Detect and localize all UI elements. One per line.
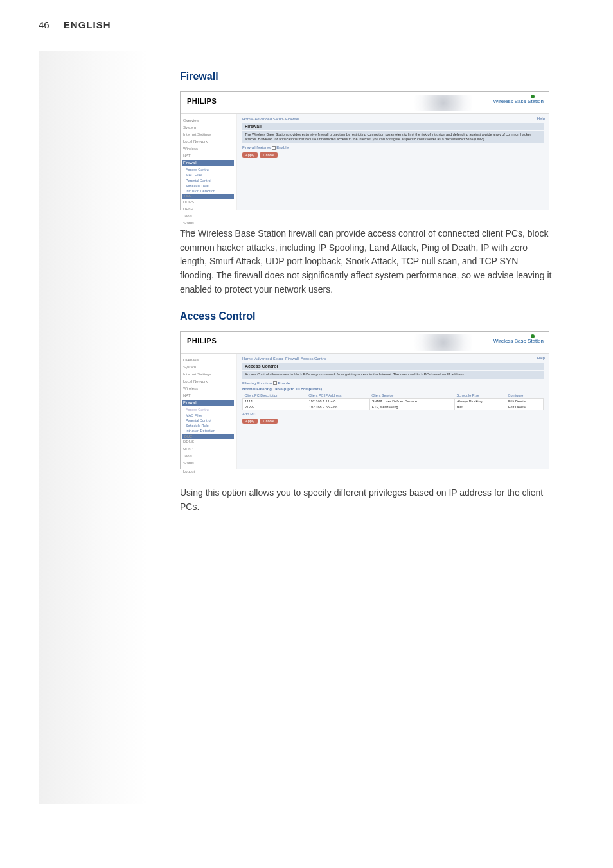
sidebar-sub[interactable]: Parental Control [183,418,234,423]
sidebar-sub[interactable]: DMZ [182,194,234,199]
cancel-button[interactable]: Cancel [260,419,277,424]
screenshot-main: Help Home- Advanced Setup- Firewall Fire… [237,114,549,210]
screenshot-sidebar: Overview System Internet Settings Local … [181,114,237,210]
sidebar-sub[interactable]: Parental Control [183,178,234,183]
sidebar-item[interactable]: System [183,125,234,131]
screenshot-main: Help Home- Advanced Setup- Firewall- Acc… [237,354,549,469]
features-label: Firewall features [242,145,271,149]
breadcrumb: Home- Advanced Setup- Firewall [242,117,544,121]
sidebar-item[interactable]: Status [183,221,234,226]
button-row: Apply Cancel [242,419,544,424]
page-header: 46 ENGLISH [39,19,111,30]
sidebar-item[interactable]: UPnP [183,206,234,212]
screenshot-header: PHILIPS Wireless Base Station [181,332,549,354]
header-blur [401,334,472,351]
table-cell: test [454,404,506,410]
screenshot-body: Overview System Internet Settings Local … [181,354,549,469]
sidebar-item[interactable]: Overview [183,357,234,363]
table-header-row: Client PC Description Client PC IP Addre… [243,393,544,399]
panel-title: Firewall [242,123,544,130]
apply-button[interactable]: Apply [242,419,258,424]
page-number: 46 [39,19,49,30]
help-link[interactable]: Help [537,116,545,120]
header-blur [401,95,472,111]
sidebar-sub[interactable]: MAC Filter [183,413,234,418]
apply-button[interactable]: Apply [242,152,258,158]
sidebar-sub[interactable]: MAC Filter [183,172,234,177]
sidebar-sub[interactable]: Intrusion Detection [183,188,234,194]
sidebar-item[interactable]: DDNS [183,199,234,205]
sidebar-logout[interactable]: Logout [183,229,234,235]
help-link[interactable]: Help [537,356,545,360]
breadcrumb-ac: Access Control [301,357,326,361]
sidebar-item[interactable]: Tools [183,453,234,459]
sidebar-sub[interactable]: Access Control [183,167,234,172]
breadcrumb-adv[interactable]: Advanced Setup [254,117,283,121]
screenshot-header: PHILIPS Wireless Base Station [181,92,549,114]
firewall-screenshot: PHILIPS Wireless Base Station Overview S… [180,91,549,210]
table-cell: 21222 [243,404,307,410]
add-pc-link[interactable]: Add PC [242,412,544,416]
table-cell: 192.168.1.11 ~ 0 [306,399,369,404]
sidebar-item[interactable]: Wireless [183,146,234,152]
sidebar-sub-access[interactable]: Access Control [183,407,234,412]
filtering-table: Client PC Description Client PC IP Addre… [242,393,544,410]
table-row: 1111 192.168.1.11 ~ 0 SNMP, User Defined… [243,399,544,404]
table-header: Client PC Description [243,393,307,399]
sidebar-item[interactable]: UPnP [183,446,234,452]
sidebar-item[interactable]: Local Network [183,139,234,145]
cancel-button[interactable]: Cancel [260,152,277,158]
enable-label: Enable [278,381,290,385]
sidebar-item-firewall[interactable]: Firewall [182,400,234,406]
sidebar-item[interactable]: Tools [183,213,234,219]
sidebar-item[interactable]: NAT [183,153,234,159]
content-area: Firewall PHILIPS Wireless Base Station O… [180,71,553,529]
table-header: Client Service [369,393,454,399]
panel-title: Access Control [242,363,544,370]
table-row: 21222 192.168.2.55 ~ 66 FTP, NetMeeting … [243,404,544,410]
sidebar-item[interactable]: System [183,365,234,370]
table-cell: FTP, NetMeeting [369,404,454,410]
sidebar-sub[interactable]: Schedule Rule [183,183,234,188]
filtering-label: Filtering Function [242,381,272,385]
page-language: ENGLISH [64,19,111,30]
sidebar-logout[interactable]: Logout [183,469,234,475]
breadcrumb-adv[interactable]: Advanced Setup [254,357,283,361]
breadcrumb-home[interactable]: Home [242,117,253,121]
enable-checkbox[interactable] [273,381,277,385]
table-cell-configure[interactable]: Edit Delete [506,399,543,404]
sidebar-item[interactable]: Internet Settings [183,372,234,377]
screenshot-sidebar: Overview System Internet Settings Local … [181,354,237,469]
sidebar-sub[interactable]: DMZ [182,434,234,439]
sidebar-item-firewall[interactable]: Firewall [182,160,234,166]
table-header: Client PC IP Address [306,393,369,399]
breadcrumb-fw[interactable]: Firewall [285,357,299,361]
table-header: Schedule Rule [454,393,506,399]
table-cell: 192.168.2.55 ~ 66 [306,404,369,410]
sidebar-item[interactable]: Local Network [183,379,234,384]
sidebar-sub[interactable]: Schedule Rule [183,423,234,428]
enable-checkbox[interactable] [272,146,276,150]
panel-description: Access Control allows users to block PCs… [242,371,544,378]
sidebar-item[interactable]: NAT [183,393,234,399]
access-control-screenshot: PHILIPS Wireless Base Station Overview S… [180,331,549,469]
breadcrumb-home[interactable]: Home [242,357,253,361]
sidebar-item[interactable]: Wireless [183,386,234,392]
table-header: Configure [506,393,543,399]
firewall-heading: Firewall [180,71,553,82]
table-cell: SNMP, User Defined Service [369,399,454,404]
philips-logo: PHILIPS [187,97,217,105]
sidebar-item[interactable]: Overview [183,118,234,123]
sidebar-item[interactable]: DDNS [183,439,234,445]
header-title: Wireless Base Station [493,338,544,344]
breadcrumb: Home- Advanced Setup- Firewall- Access C… [242,357,544,361]
table-cell-configure[interactable]: Edit Delete [506,404,543,410]
panel-description: The Wireless Base Station provides exten… [242,131,544,143]
left-margin-gradient [39,51,148,804]
access-control-heading: Access Control [180,311,553,322]
sidebar-item[interactable]: Internet Settings [183,132,234,138]
header-title: Wireless Base Station [493,98,544,104]
sidebar-sub[interactable]: Intrusion Detection [183,428,234,433]
firewall-features-row: Firewall features Enable [242,145,544,149]
sidebar-item[interactable]: Status [183,460,234,466]
